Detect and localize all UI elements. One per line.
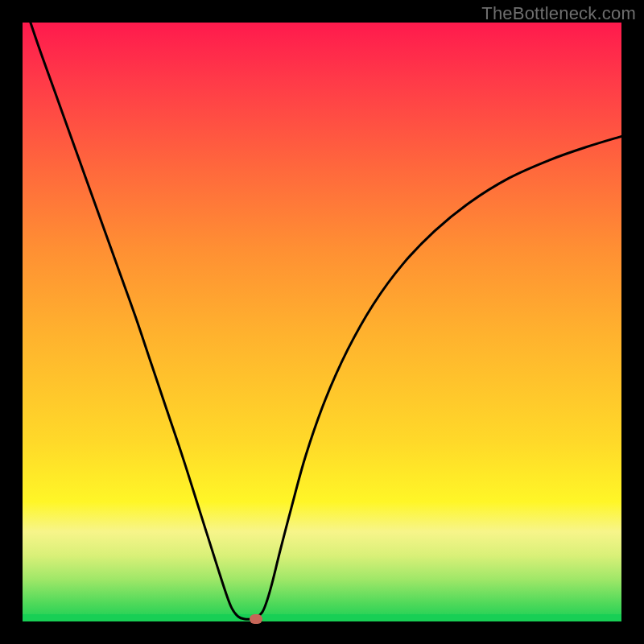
chart-frame: TheBottleneck.com [0, 0, 644, 644]
chart-curve-svg [23, 23, 621, 621]
optimal-marker [250, 614, 262, 624]
bottleneck-curve [23, 0, 621, 619]
chart-plot-area [23, 23, 621, 621]
watermark-text: TheBottleneck.com [481, 3, 636, 24]
